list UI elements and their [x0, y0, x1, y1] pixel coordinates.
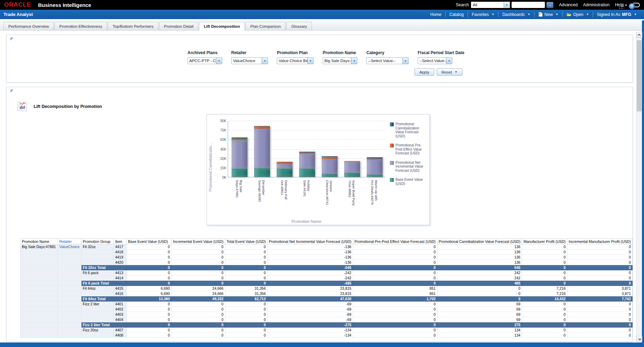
- bar-segment[interactable]: [367, 160, 383, 175]
- filter-select-archived-plans[interactable]: APCC-PTP - Curr▼: [188, 57, 222, 64]
- group-cell: [81, 307, 114, 312]
- bar-segment[interactable]: [277, 164, 293, 169]
- chart-bar-february-fall-out-48811[interactable]: [277, 162, 293, 177]
- chart-canvas: Promotional Cannibalizatio... Promotion …: [207, 114, 430, 225]
- value-cell: 6,690: [127, 286, 171, 291]
- promotion-cell: [20, 260, 58, 265]
- chart-bar-warm-up-with-hot-deals-49279[interactable]: [367, 157, 383, 177]
- bar-segment[interactable]: [254, 126, 270, 129]
- bar-segment[interactable]: [344, 173, 360, 177]
- chevron-down-icon[interactable]: ▼: [402, 58, 408, 64]
- bar-segment[interactable]: [254, 129, 270, 168]
- total-value-cell: 0: [353, 281, 437, 286]
- scroll-up-button[interactable]: [636, 32, 642, 38]
- table-row: 4418000-136013600: [20, 249, 633, 255]
- promotion-cell: [20, 281, 58, 286]
- collapse-handle-icon[interactable]: [10, 90, 14, 93]
- filter-promotion-plan: Promotion PlanValue Choice Bev▼: [277, 50, 314, 64]
- filter-select-category[interactable]: --Select Value--▼: [366, 57, 409, 64]
- menu-open[interactable]: Open▼: [562, 12, 593, 17]
- vertical-scrollbar[interactable]: [636, 32, 642, 342]
- chart-bar-super-bowl-party-time-48952[interactable]: [344, 161, 360, 177]
- value-cell: 0: [522, 270, 567, 276]
- chevron-down-icon[interactable]: ▼: [262, 58, 268, 64]
- bar-segment[interactable]: [322, 159, 338, 174]
- bar-segment[interactable]: [322, 174, 338, 177]
- group-cell: [81, 312, 114, 317]
- chart-bar-january-clearance-48741[interactable]: [322, 156, 338, 177]
- col-header-promotion-name: Promotion Name: [20, 239, 58, 244]
- bar-segment[interactable]: [367, 175, 383, 177]
- search-scope-select[interactable]: All ▼: [471, 2, 510, 8]
- filter-select-promotion-name[interactable]: Big Sale Days:47▼: [323, 57, 357, 64]
- value-cell: 0: [127, 260, 171, 265]
- bar-segment[interactable]: [277, 169, 293, 177]
- filter-select-promotion-plan[interactable]: Value Choice Bev▼: [277, 57, 314, 64]
- chevron-down-icon[interactable]: ▼: [307, 58, 313, 64]
- apply-button[interactable]: Apply: [415, 68, 434, 76]
- chevron-down-icon: ▼: [556, 13, 558, 16]
- tab-performance-overview[interactable]: Performance Overview: [3, 22, 54, 31]
- bar-segment[interactable]: [299, 154, 315, 169]
- table-row: 4414000-242024200: [20, 276, 633, 281]
- chart-bar-holiday-sale-44181[interactable]: [299, 152, 315, 177]
- search-input[interactable]: [512, 2, 545, 8]
- value-cell: 0: [567, 312, 632, 317]
- promotion-cell: [20, 291, 58, 296]
- chevron-down-icon[interactable]: ▼: [446, 58, 452, 64]
- signed-in-menu[interactable]: Signed In AsMFG▼: [593, 12, 641, 17]
- bar-segment[interactable]: [254, 168, 270, 177]
- total-value-cell: 0: [353, 322, 437, 328]
- help-icon[interactable]: ?: [629, 3, 635, 9]
- tab-top-bottom-performers[interactable]: Top/Bottom Performers: [108, 22, 158, 31]
- promotion-cell: [20, 302, 58, 307]
- value-cell: 0: [225, 328, 267, 333]
- search-go-button[interactable]: →: [546, 2, 554, 8]
- chevron-down-icon[interactable]: ▼: [351, 58, 357, 64]
- tab-promotion-detail[interactable]: Promotion Detail: [159, 22, 198, 31]
- reset-button[interactable]: Reset▼: [437, 68, 462, 76]
- value-cell: 0: [353, 276, 437, 281]
- page-options-icon[interactable]: [619, 4, 625, 9]
- value-cell: 0: [172, 312, 225, 317]
- tab-plan-comparison[interactable]: Plan Comparison: [245, 22, 286, 31]
- value-cell: 0: [353, 255, 437, 260]
- menu-home[interactable]: Home: [426, 12, 445, 17]
- value-cell: -136: [267, 260, 353, 265]
- chart-bar-big-sale-days-47881[interactable]: [232, 137, 247, 177]
- page-frame-right: [642, 20, 644, 347]
- chevron-down-icon[interactable]: ▼: [216, 58, 222, 64]
- advanced-link[interactable]: Advanced: [559, 2, 577, 7]
- menu-dashboards[interactable]: Dashboards▼: [498, 12, 534, 17]
- value-cell: 0: [127, 317, 171, 322]
- filter-select-retailer[interactable]: ValueChoice▼: [231, 57, 268, 64]
- tab-lift-decomposition[interactable]: Lift Decomposition: [199, 22, 245, 31]
- col-header-retailer[interactable]: Retailer: [58, 239, 81, 244]
- retailer-cell: [58, 333, 81, 338]
- y-tick-label: 15K: [212, 166, 226, 170]
- filter-retailer: RetailerValueChoice▼: [231, 50, 268, 64]
- scrollbar-thumb[interactable]: [637, 40, 642, 111]
- menu-new[interactable]: New▼: [534, 12, 562, 17]
- scroll-down-button[interactable]: [636, 336, 642, 342]
- total-value-cell: 0: [127, 322, 171, 328]
- bar-segment[interactable]: [344, 161, 360, 173]
- chevron-down-icon[interactable]: ▼: [504, 2, 510, 8]
- menu-favorites[interactable]: Favorites▼: [468, 12, 498, 17]
- menu-catalog[interactable]: Catalog: [445, 12, 468, 17]
- collapse-handle-icon[interactable]: [10, 37, 14, 41]
- bar-segment[interactable]: [299, 169, 315, 177]
- chevron-down-icon: ▼: [634, 13, 637, 16]
- value-cell: 7,216: [522, 286, 567, 291]
- bar-segment[interactable]: [232, 169, 247, 177]
- retailer-link[interactable]: ValueChoice: [59, 245, 80, 249]
- group-cell: Fit 32oz: [81, 244, 114, 249]
- chart-bar-december-savings-48390[interactable]: [254, 126, 270, 177]
- tab-glossary[interactable]: Glossary: [286, 22, 312, 31]
- item-cell: 4415: [114, 286, 127, 291]
- administration-link[interactable]: Administration: [583, 2, 609, 7]
- bar-segment[interactable]: [232, 140, 247, 169]
- col-header-promotional-net-incremental-value-forecast-usd: Promotional Net Incremental Value Foreca…: [267, 239, 353, 244]
- filter-select-fiscal-period-start-date[interactable]: --Select Value--▼: [418, 57, 452, 64]
- tab-promotion-effectiveness[interactable]: Promotion Effectiveness: [54, 22, 107, 31]
